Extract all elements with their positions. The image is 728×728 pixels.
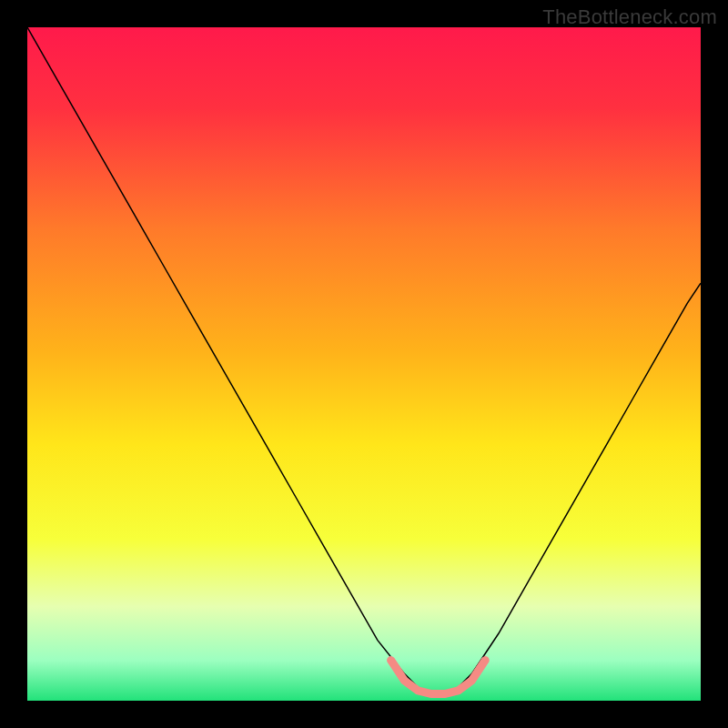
chart-frame: TheBottleneck.com bbox=[0, 0, 728, 728]
watermark-text: TheBottleneck.com bbox=[542, 5, 717, 29]
plot-area bbox=[27, 27, 701, 701]
chart-svg bbox=[27, 27, 701, 701]
gradient-background bbox=[27, 27, 701, 701]
